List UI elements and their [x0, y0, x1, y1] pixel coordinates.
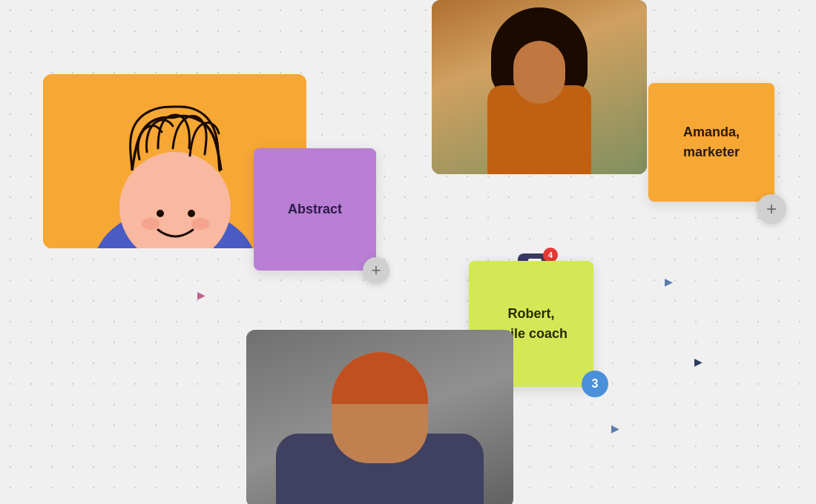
amanda-name-card: Amanda, marketer: [648, 83, 774, 202]
purple-plus-button[interactable]: +: [363, 257, 389, 284]
amanda-photo-card: [432, 0, 647, 174]
chat-badge: 4: [543, 248, 558, 262]
purple-note-text: Abstract: [288, 200, 342, 219]
svg-point-4: [188, 210, 195, 217]
right-plus-button[interactable]: +: [757, 194, 786, 224]
svg-point-3: [157, 210, 164, 217]
nawras-arrow-icon: ▶: [665, 276, 673, 288]
robert-photo: [246, 330, 513, 504]
svg-point-5: [142, 218, 159, 230]
woman-face-decoration: [513, 41, 565, 104]
renny-arrow-icon: ▶: [611, 422, 619, 434]
man-face-decoration: [332, 352, 428, 463]
robert-photo-card: [246, 330, 513, 504]
canvas: Abstract + Amanda, marketer + 4: [0, 0, 816, 504]
igor-arrow-icon: ▶: [694, 356, 703, 368]
amanda-name-text: Amanda, marketer: [683, 122, 740, 162]
svg-point-6: [191, 218, 209, 230]
number-badge-3: 3: [582, 371, 608, 397]
purple-note-card: Abstract +: [254, 148, 376, 271]
man-hair-decoration: [332, 352, 428, 404]
amanda-photo: [432, 0, 647, 174]
himali-arrow-icon: ▶: [197, 289, 205, 301]
